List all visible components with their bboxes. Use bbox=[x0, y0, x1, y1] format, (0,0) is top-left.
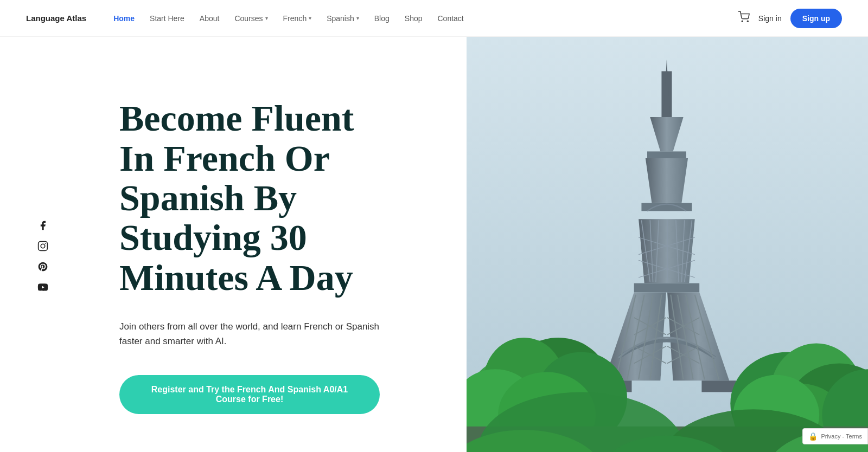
svg-rect-10 bbox=[647, 151, 686, 158]
hero-content: Become Fluent In French Or Spanish By St… bbox=[0, 37, 467, 452]
recaptcha-icon: 🔒 bbox=[808, 432, 818, 441]
cart-icon[interactable] bbox=[738, 11, 750, 25]
svg-rect-25 bbox=[634, 283, 700, 293]
nav-links: HomeStart HereAboutCourses▾French▾Spanis… bbox=[106, 14, 738, 23]
youtube-icon[interactable] bbox=[37, 281, 49, 293]
nav-link-spanish[interactable]: Spanish▾ bbox=[319, 14, 367, 23]
chevron-down-icon: ▾ bbox=[356, 15, 359, 21]
navbar: Language Atlas HomeStart HereAboutCourse… bbox=[0, 0, 868, 37]
svg-rect-45 bbox=[701, 380, 736, 392]
svg-point-0 bbox=[742, 21, 743, 22]
chevron-down-icon: ▾ bbox=[265, 15, 268, 21]
instagram-icon[interactable] bbox=[37, 240, 49, 252]
nav-link-about[interactable]: About bbox=[192, 14, 227, 23]
social-sidebar bbox=[37, 219, 49, 293]
hero-subtext: Join others from all over the world, and… bbox=[119, 319, 380, 348]
svg-rect-2 bbox=[39, 242, 48, 251]
svg-point-1 bbox=[747, 21, 748, 22]
svg-point-4 bbox=[45, 243, 46, 244]
svg-point-3 bbox=[41, 244, 45, 248]
site-logo[interactable]: Language Atlas bbox=[26, 14, 86, 23]
signin-link[interactable]: Sign in bbox=[758, 14, 782, 23]
cta-button[interactable]: Register and Try the French And Spanish … bbox=[119, 375, 380, 414]
nav-link-contact[interactable]: Contact bbox=[430, 14, 471, 23]
recaptcha-badge: 🔒 Privacy - Terms bbox=[802, 428, 868, 444]
signup-button[interactable]: Sign up bbox=[790, 9, 842, 28]
nav-link-start-here[interactable]: Start Here bbox=[142, 14, 192, 23]
recaptcha-text: Privacy - Terms bbox=[821, 433, 862, 440]
svg-marker-13 bbox=[639, 219, 695, 283]
hero-image bbox=[467, 37, 868, 452]
hero-section: Become Fluent In French Or Spanish By St… bbox=[0, 37, 868, 452]
nav-link-french[interactable]: French▾ bbox=[276, 14, 320, 23]
chevron-down-icon: ▾ bbox=[309, 15, 311, 21]
nav-link-home[interactable]: Home bbox=[106, 14, 142, 23]
pinterest-icon[interactable] bbox=[37, 261, 49, 273]
nav-link-blog[interactable]: Blog bbox=[367, 14, 397, 23]
hero-headline: Become Fluent In French Or Spanish By St… bbox=[119, 99, 380, 298]
facebook-icon[interactable] bbox=[37, 219, 49, 231]
nav-link-courses[interactable]: Courses▾ bbox=[227, 14, 275, 23]
nav-right: Sign in Sign up bbox=[738, 9, 842, 28]
nav-link-shop[interactable]: Shop bbox=[397, 14, 430, 23]
svg-marker-11 bbox=[646, 158, 688, 203]
